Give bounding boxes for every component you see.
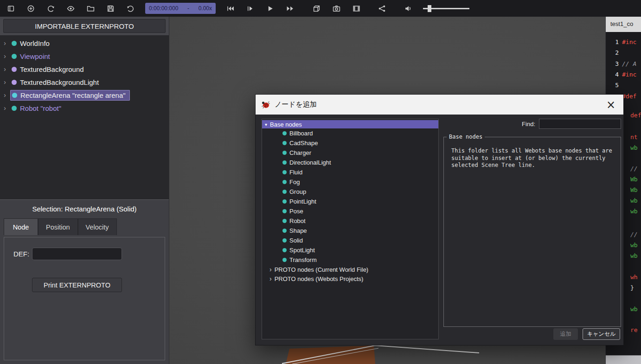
- tree-item-cadshape[interactable]: CadShape: [262, 138, 438, 148]
- tree-item-label[interactable]: SpotLight: [289, 247, 315, 254]
- def-label: DEF:: [13, 250, 32, 258]
- tab-velocity[interactable]: Velocity: [78, 218, 117, 235]
- tree-item-pointlight[interactable]: PointLight: [262, 197, 438, 206]
- tree-item-label[interactable]: Group: [289, 188, 306, 195]
- save-world-button[interactable]: [103, 2, 117, 15]
- tree-item-label[interactable]: Base nodes: [270, 121, 302, 128]
- camera-icon: [333, 5, 340, 13]
- rewind-button[interactable]: [223, 2, 237, 15]
- tree-item-label[interactable]: TexturedBackgroundLight: [20, 78, 99, 86]
- tree-item-solid[interactable]: Solid: [262, 236, 438, 245]
- tree-item-robot[interactable]: › Robot "robot": [0, 102, 169, 115]
- editor-horizontal-scrollbar[interactable]: [606, 355, 641, 364]
- code-fragment: re: [630, 326, 638, 333]
- tree-item-label[interactable]: TexturedBackground: [20, 65, 84, 73]
- tree-item-proto-current-world[interactable]: › PROTO nodes (Current World File): [262, 265, 438, 274]
- fast-forward-button[interactable]: [283, 2, 297, 15]
- tree-item-label[interactable]: Transform: [289, 256, 317, 263]
- node-dot-icon: [282, 209, 287, 213]
- tree-item-label[interactable]: Robot "robot": [20, 104, 61, 112]
- tree-item-label[interactable]: Viewpoint: [20, 52, 50, 60]
- tree-item-group[interactable]: Group: [262, 187, 438, 197]
- editor-tab[interactable]: test1_co: [606, 17, 641, 32]
- tree-item-label[interactable]: CadShape: [289, 140, 318, 147]
- tree-item-label[interactable]: PointLight: [289, 198, 316, 205]
- play-button[interactable]: [263, 2, 277, 15]
- tree-item-spotlight[interactable]: SpotLight: [262, 245, 438, 255]
- node-dot-icon: [282, 199, 287, 204]
- eye-icon: [67, 5, 75, 13]
- tree-item-pose[interactable]: Pose: [262, 206, 438, 216]
- tree-item-label[interactable]: Robot: [289, 217, 306, 224]
- tree-item-worldinfo[interactable]: › WorldInfo: [0, 37, 169, 50]
- chevron-right-icon[interactable]: ›: [4, 53, 10, 59]
- tree-item-transform[interactable]: Transform: [262, 255, 438, 265]
- tree-item-label[interactable]: Pose: [289, 208, 303, 215]
- volume-slider-handle[interactable]: [428, 5, 431, 12]
- tab-position[interactable]: Position: [38, 218, 78, 235]
- print-externproto-button[interactable]: Print EXTERNPROTO: [32, 278, 122, 292]
- chevron-right-icon[interactable]: ›: [269, 276, 272, 281]
- save-icon: [107, 5, 115, 13]
- tree-item-label[interactable]: PROTO nodes (Webots Projects): [275, 275, 364, 282]
- tree-item-texturedbackgroundlight[interactable]: › TexturedBackgroundLight: [0, 76, 169, 89]
- record-movie-button[interactable]: [349, 2, 363, 15]
- tree-item-label[interactable]: Charger: [289, 149, 311, 156]
- code-fragment: wb: [630, 306, 638, 313]
- perspective-view-button[interactable]: [309, 2, 323, 15]
- add-button[interactable]: 追加: [553, 328, 578, 340]
- tree-item-base-nodes[interactable]: ▾ Base nodes: [262, 120, 438, 128]
- tree-item-label[interactable]: Shape: [289, 227, 307, 234]
- tree-item-rectanglearena[interactable]: › RectangleArena "rectangle arena": [0, 89, 169, 102]
- chevron-right-icon[interactable]: ›: [269, 267, 272, 272]
- sound-mute-button[interactable]: [401, 2, 415, 15]
- def-input[interactable]: [32, 248, 122, 260]
- dialog-node-tree[interactable]: ▾ Base nodes Billboard CadShape Charger …: [262, 119, 439, 339]
- tree-item-label[interactable]: PROTO nodes (Current World File): [275, 266, 369, 273]
- reset-icon: [47, 5, 55, 13]
- tree-item-label[interactable]: DirectionalLight: [289, 159, 331, 166]
- add-node-button[interactable]: [24, 2, 38, 15]
- editor-code-area[interactable]: 1#inc 2 3// A 4#inc 5 6#def: [606, 37, 641, 102]
- importable-externproto-button[interactable]: IMPORTABLE EXTERNPROTO: [3, 19, 166, 33]
- tree-item-label[interactable]: Fluid: [289, 169, 302, 176]
- visibility-button[interactable]: [64, 2, 77, 15]
- node-dot-icon: [282, 160, 287, 165]
- close-icon[interactable]: ×: [604, 98, 618, 112]
- chevron-right-icon[interactable]: ›: [4, 40, 10, 46]
- chevron-right-icon[interactable]: ›: [4, 79, 10, 85]
- reset-simulation-button[interactable]: [44, 2, 58, 15]
- tree-item-fog[interactable]: Fog: [262, 177, 438, 187]
- tree-item-robot[interactable]: Robot: [262, 216, 438, 226]
- reload-world-button[interactable]: [123, 2, 137, 15]
- chevron-right-icon[interactable]: ›: [4, 92, 10, 98]
- dialog-title-bar[interactable]: ノードを追加 ×: [256, 95, 623, 115]
- step-button[interactable]: [243, 2, 257, 15]
- tree-item-charger[interactable]: Charger: [262, 148, 438, 158]
- tree-item-shape[interactable]: Shape: [262, 226, 438, 236]
- chevron-down-icon[interactable]: ▾: [265, 122, 267, 127]
- tree-item-label[interactable]: WorldInfo: [20, 39, 50, 47]
- tree-item-label[interactable]: RectangleArena "rectangle arena": [20, 91, 126, 99]
- tab-node[interactable]: Node: [4, 218, 38, 235]
- chevron-right-icon[interactable]: ›: [4, 66, 10, 72]
- window-layout-button[interactable]: [4, 2, 18, 15]
- tree-item-billboard[interactable]: Billboard: [262, 128, 438, 138]
- tree-item-viewpoint[interactable]: › Viewpoint: [0, 50, 169, 63]
- share-button[interactable]: [375, 2, 389, 15]
- tree-item-fluid[interactable]: Fluid: [262, 167, 438, 177]
- find-input[interactable]: [539, 119, 621, 129]
- tree-item-label[interactable]: Solid: [289, 237, 303, 244]
- tree-item-label[interactable]: Fog: [289, 179, 300, 185]
- chevron-right-icon[interactable]: ›: [4, 105, 10, 111]
- volume-slider[interactable]: [423, 8, 469, 9]
- tree-item-texturedbackground[interactable]: › TexturedBackground: [0, 63, 169, 76]
- tree-item-label[interactable]: Billboard: [289, 130, 313, 137]
- tree-item-directionallight[interactable]: DirectionalLight: [262, 158, 438, 167]
- time-separator: -: [187, 5, 189, 12]
- cancel-button[interactable]: キャンセル: [583, 328, 620, 340]
- open-world-button[interactable]: [83, 2, 97, 15]
- dialog-body: ▾ Base nodes Billboard CadShape Charger …: [256, 115, 623, 345]
- tree-item-proto-webots-projects[interactable]: › PROTO nodes (Webots Projects): [262, 274, 438, 283]
- screenshot-button[interactable]: [329, 2, 343, 15]
